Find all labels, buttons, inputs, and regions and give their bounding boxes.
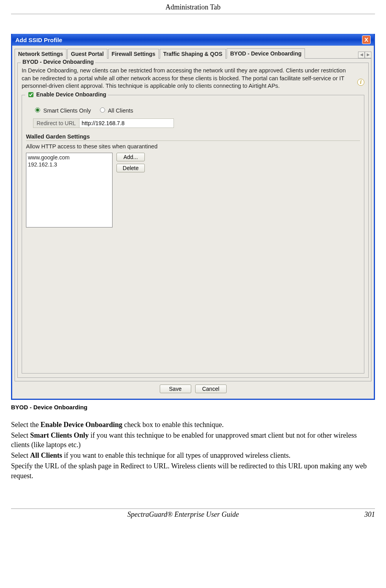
radio-smart-clients[interactable]: Smart Clients Only [33, 106, 91, 114]
add-button[interactable]: Add... [116, 153, 145, 161]
dialog-title: Add SSID Profile [15, 37, 62, 43]
byod-description: In Device Onboarding, new clients can be… [22, 67, 354, 90]
tab-scroll-left-icon[interactable]: ◀ [358, 52, 365, 58]
delete-button[interactable]: Delete [116, 164, 145, 172]
tab-scroll-right-icon[interactable]: ▶ [365, 52, 371, 58]
doc-paragraph-1: Select the Enable Device Onboarding chec… [11, 420, 375, 430]
footer-guide-name: SpectraGuard® Enterprise User Guide [11, 510, 355, 519]
doc-paragraph-4: Specify the URL of the splash page in Re… [11, 461, 375, 481]
byod-fieldset: BYOD - Device Onboarding In Device Onboa… [17, 63, 369, 378]
footer-page-number: 301 [355, 510, 375, 519]
walled-garden-title: Walled Garden Settings [26, 129, 360, 141]
enable-onboarding-label: Enable Device Onboarding [36, 91, 106, 98]
figure-caption: BYOD - Device Onboarding [11, 404, 375, 410]
list-item[interactable]: 192.162.1.3 [28, 161, 111, 168]
cancel-button[interactable]: Cancel [195, 385, 227, 393]
doc-paragraph-3: Select All Clients if you want to enable… [11, 451, 375, 460]
page-header: Administration Tab [11, 3, 375, 14]
redirect-url-label: Redirect to URL [33, 118, 79, 128]
radio-smart-input[interactable] [35, 107, 40, 113]
save-button[interactable]: Save [160, 385, 191, 393]
walled-garden-desc: Allow HTTP access to these sites when qu… [26, 143, 360, 150]
close-icon[interactable]: X [362, 35, 371, 44]
page-footer: SpectraGuard® Enterprise User Guide 301 [11, 508, 375, 519]
tab-network-settings[interactable]: Network Settings [15, 49, 66, 59]
list-item[interactable]: www.google.com [28, 154, 111, 161]
tab-byod[interactable]: BYOD - Device Onboarding [227, 48, 305, 59]
radio-smart-label: Smart Clients Only [43, 107, 91, 114]
radio-all-label: All Clients [108, 107, 133, 114]
byod-fieldset-legend: BYOD - Device Onboarding [21, 59, 95, 65]
titlebar: Add SSID Profile X [12, 34, 374, 46]
redirect-url-input[interactable] [79, 118, 174, 128]
dialog-footer: Save Cancel [15, 381, 371, 395]
enable-checkbox-legend[interactable]: Enable Device Onboarding [25, 91, 108, 98]
tab-strip: Network Settings Guest Portal Firewall S… [15, 48, 371, 59]
radio-all-input[interactable] [100, 107, 105, 113]
tab-traffic-shaping[interactable]: Traffic Shaping & QOS [160, 49, 226, 59]
radio-all-clients[interactable]: All Clients [98, 106, 133, 114]
doc-paragraph-2: Select Smart Clients Only if you want th… [11, 431, 375, 450]
enable-onboarding-checkbox[interactable] [28, 92, 33, 97]
walled-site-list[interactable]: www.google.com 192.162.1.3 [26, 153, 113, 227]
dialog-screenshot: Add SSID Profile X Network Settings Gues… [11, 34, 375, 400]
enable-fieldset: Enable Device Onboarding Smart Clients O… [22, 95, 364, 374]
tab-guest-portal[interactable]: Guest Portal [67, 49, 107, 59]
tab-firewall-settings[interactable]: Firewall Settings [108, 49, 159, 59]
info-icon[interactable]: i [357, 79, 364, 86]
